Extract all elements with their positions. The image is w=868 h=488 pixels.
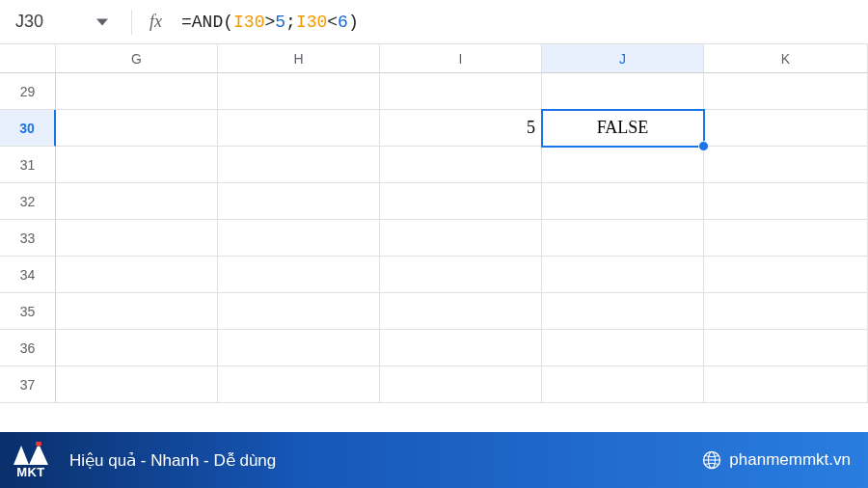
cell-J33[interactable]	[542, 220, 704, 257]
footer-site-text: phanmemmkt.vn	[729, 450, 851, 470]
fx-icon[interactable]: fx	[149, 12, 162, 32]
column-headers: GHIJK	[0, 44, 868, 73]
name-box-dropdown-icon[interactable]	[91, 16, 114, 28]
formula-eq: =	[181, 13, 192, 32]
footer-banner: MKT Hiệu quả - Nhanh - Dễ dùng phanmemmk…	[0, 432, 868, 488]
cell-G32[interactable]	[56, 183, 218, 220]
grid-row: 32	[0, 183, 868, 220]
cell-H37[interactable]	[218, 366, 380, 403]
grid-row: 33	[0, 220, 868, 257]
cell-I29[interactable]	[380, 73, 542, 110]
grid-rows: 29305FALSE31323334353637	[0, 73, 868, 403]
formula-sep: ;	[285, 13, 296, 32]
formula-close: )	[348, 13, 359, 32]
row-header-31[interactable]: 31	[0, 147, 56, 183]
formula-fn: AND	[192, 13, 223, 32]
cell-H30[interactable]	[218, 110, 380, 147]
spreadsheet-grid[interactable]: GHIJK 29305FALSE31323334353637	[0, 44, 868, 403]
cell-J37[interactable]	[542, 366, 704, 403]
column-header-J[interactable]: J	[542, 44, 704, 73]
formula-open: (	[223, 13, 233, 32]
cell-J32[interactable]	[542, 183, 704, 220]
formula-num1: 5	[275, 13, 285, 32]
cell-G31[interactable]	[56, 147, 218, 183]
column-header-H[interactable]: H	[218, 44, 380, 73]
cell-H32[interactable]	[218, 183, 380, 220]
cell-I30[interactable]: 5	[380, 110, 542, 147]
cell-J34[interactable]	[542, 257, 704, 293]
cell-J35[interactable]	[542, 293, 704, 330]
column-header-K[interactable]: K	[704, 44, 868, 73]
cell-H31[interactable]	[218, 147, 380, 183]
formula-num2: 6	[338, 13, 348, 32]
grid-row: 36	[0, 330, 868, 366]
formula-op2: <	[327, 13, 338, 32]
cell-H33[interactable]	[218, 220, 380, 257]
selection-handle[interactable]	[698, 141, 709, 151]
cell-G35[interactable]	[56, 293, 218, 330]
cell-G34[interactable]	[56, 257, 218, 293]
grid-row: 37	[0, 366, 868, 403]
formula-input[interactable]: =AND(I30>5;I30<6)	[181, 13, 359, 32]
cell-K37[interactable]	[704, 366, 868, 403]
logo-mark-icon	[10, 442, 52, 467]
cell-K33[interactable]	[704, 220, 868, 257]
row-header-32[interactable]: 32	[0, 183, 56, 220]
cell-H29[interactable]	[218, 73, 380, 110]
formula-ref1: I30	[233, 13, 264, 32]
cell-J36[interactable]	[542, 330, 704, 366]
name-box[interactable]: J30	[15, 12, 83, 32]
cell-H34[interactable]	[218, 257, 380, 293]
row-header-35[interactable]: 35	[0, 293, 56, 330]
footer-slogan: Hiệu quả - Nhanh - Dễ dùng	[69, 450, 276, 471]
cell-J31[interactable]	[542, 147, 704, 183]
grid-row: 31	[0, 147, 868, 183]
cell-I37[interactable]	[380, 366, 542, 403]
cell-K31[interactable]	[704, 147, 868, 183]
grid-row: 34	[0, 257, 868, 293]
cell-G33[interactable]	[56, 220, 218, 257]
cell-I33[interactable]	[380, 220, 542, 257]
cell-K29[interactable]	[704, 73, 868, 110]
cell-K34[interactable]	[704, 257, 868, 293]
grid-row: 35	[0, 293, 868, 330]
cell-H36[interactable]	[218, 330, 380, 366]
cell-I32[interactable]	[380, 183, 542, 220]
footer-site: phanmemmkt.vn	[702, 450, 851, 470]
cell-K35[interactable]	[704, 293, 868, 330]
cell-G30[interactable]	[56, 110, 218, 147]
cell-J30[interactable]: FALSE	[542, 110, 704, 147]
select-all-corner[interactable]	[0, 44, 56, 73]
row-header-37[interactable]: 37	[0, 366, 56, 403]
cell-J29[interactable]	[542, 73, 704, 110]
cell-G29[interactable]	[56, 73, 218, 110]
grid-row: 29	[0, 73, 868, 110]
cell-I34[interactable]	[380, 257, 542, 293]
divider	[131, 10, 132, 35]
formula-ref2: I30	[296, 13, 327, 32]
cell-H35[interactable]	[218, 293, 380, 330]
logo: MKT	[10, 442, 52, 479]
column-header-G[interactable]: G	[56, 44, 218, 73]
row-header-36[interactable]: 36	[0, 330, 56, 366]
cell-K30[interactable]	[704, 110, 868, 147]
formula-bar: J30 fx =AND(I30>5;I30<6)	[0, 0, 868, 44]
formula-op1: >	[264, 13, 275, 32]
cell-I36[interactable]	[380, 330, 542, 366]
column-header-I[interactable]: I	[380, 44, 542, 73]
cell-K32[interactable]	[704, 183, 868, 220]
row-header-29[interactable]: 29	[0, 73, 56, 110]
globe-icon	[702, 450, 721, 470]
cell-I31[interactable]	[380, 147, 542, 183]
row-header-30[interactable]: 30	[0, 110, 56, 147]
cell-I35[interactable]	[380, 293, 542, 330]
row-header-34[interactable]: 34	[0, 257, 56, 293]
cell-G37[interactable]	[56, 366, 218, 403]
svg-point-0	[36, 442, 41, 447]
cell-G36[interactable]	[56, 330, 218, 366]
row-header-33[interactable]: 33	[0, 220, 56, 257]
grid-row: 305FALSE	[0, 110, 868, 147]
logo-text: MKT	[16, 465, 45, 479]
cell-K36[interactable]	[704, 330, 868, 366]
